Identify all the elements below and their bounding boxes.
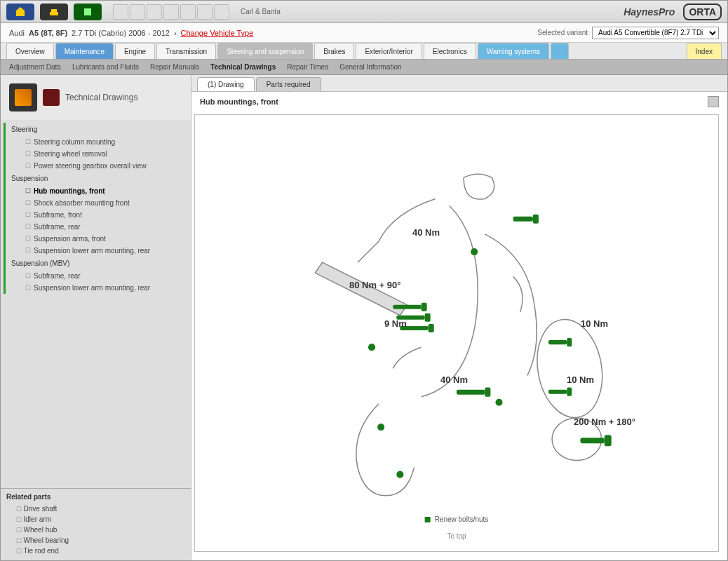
sub-tab-lubricants[interactable]: Lubricants and Fluids	[72, 63, 139, 71]
legend-dot-icon	[425, 517, 431, 522]
related-item[interactable]: Drive shaft	[6, 503, 185, 514]
svg-rect-12	[425, 313, 431, 322]
svg-rect-20	[567, 388, 572, 396]
user-label: Carl & Banta	[241, 8, 281, 15]
mini-tool-7[interactable]	[214, 4, 229, 20]
main-tabs: Overview Maintenance Engine Transmission…	[1, 43, 727, 60]
vehicle-make: Audi	[9, 29, 25, 37]
sub-tabs: Adjustment Data Lubricants and Fluids Re…	[1, 60, 727, 75]
change-vehicle-link[interactable]: Change Vehicle Type	[181, 29, 254, 37]
data-button[interactable]	[74, 4, 102, 20]
tree-item[interactable]: Shock absorber mounting front	[6, 197, 191, 209]
sidebar: Technical Drawings Steering Steering col…	[1, 75, 191, 560]
tab-extra[interactable]	[551, 43, 569, 59]
svg-rect-19	[548, 390, 567, 394]
tab-engine[interactable]: Engine	[115, 43, 155, 59]
tab-brakes[interactable]: Brakes	[314, 43, 354, 59]
svg-point-5	[530, 314, 609, 423]
mini-tool-2[interactable]	[130, 4, 145, 20]
panel-tab-parts[interactable]: Parts required	[256, 77, 321, 91]
variant-select[interactable]: Audi A5 Convertible (8F7) 2.7 TDi	[592, 27, 719, 39]
tree: Steering Steering column mounting Steeri…	[1, 120, 191, 488]
tab-steering-suspension[interactable]: Steering and suspension	[217, 43, 313, 59]
svg-rect-16	[485, 388, 490, 397]
svg-rect-22	[605, 435, 612, 446]
svg-rect-9	[393, 305, 421, 309]
sub-tab-repair-times[interactable]: Repair Times	[287, 63, 328, 71]
top-toolbar: Carl & Banta HaynesPro ORTA	[1, 1, 727, 23]
tree-cat-suspension[interactable]: Suspension	[6, 172, 191, 185]
related-item[interactable]: Idler arm	[6, 514, 185, 525]
mini-tool-4[interactable]	[163, 4, 179, 20]
svg-rect-2	[50, 12, 58, 15]
torque-label: 9 Nm	[384, 318, 407, 329]
svg-rect-17	[548, 340, 567, 344]
related-parts: Related parts Drive shaft Idler arm Whee…	[1, 488, 191, 560]
tree-item[interactable]: Steering column mounting	[6, 136, 191, 148]
tree-item[interactable]: Subframe, rear	[6, 221, 191, 233]
torque-label: 10 Nm	[567, 374, 594, 385]
related-item[interactable]: Tie rod end	[6, 546, 185, 556]
vehicle-sep: ›	[174, 29, 177, 37]
svg-rect-7	[513, 217, 533, 222]
sub-tab-tech-drawings[interactable]: Technical Drawings	[210, 63, 276, 71]
mini-tool-1[interactable]	[113, 4, 128, 20]
svg-point-26	[471, 248, 478, 255]
svg-marker-1	[15, 7, 25, 11]
legend: Renew bolts/nuts	[425, 515, 489, 523]
sub-tab-repair-manuals[interactable]: Repair Manuals	[150, 63, 199, 71]
tree-item[interactable]: Power steering gearbox overall view	[6, 160, 191, 172]
svg-rect-8	[533, 215, 539, 224]
vehicle-button[interactable]	[40, 4, 68, 20]
tree-cat-steering[interactable]: Steering	[6, 123, 191, 136]
svg-rect-4	[84, 8, 91, 15]
home-button[interactable]	[6, 4, 34, 20]
tab-index[interactable]: Index	[687, 43, 722, 59]
related-item[interactable]: Wheel bearing	[6, 535, 185, 546]
to-top-link[interactable]: To top	[447, 532, 466, 540]
print-icon[interactable]	[708, 96, 719, 107]
section-icon	[9, 83, 37, 111]
legend-text: Renew bolts/nuts	[435, 515, 489, 523]
tree-item[interactable]: Subframe, front	[6, 209, 191, 221]
tab-overview[interactable]: Overview	[6, 43, 54, 59]
drawing-area: 40 Nm 80 Nm + 90° 9 Nm 40 Nm 10 Nm 10 Nm…	[194, 114, 719, 552]
related-title: Related parts	[6, 493, 185, 501]
sub-tab-general[interactable]: General Information	[339, 63, 401, 71]
variant-label: Selected variant	[537, 29, 588, 36]
tree-item[interactable]: Suspension lower arm mounting, rear	[6, 282, 191, 294]
torque-label: 40 Nm	[412, 227, 440, 238]
torque-label: 200 Nm + 180°	[574, 417, 635, 427]
tree-item[interactable]: Suspension lower arm mounting, rear	[6, 245, 191, 257]
tab-maintenance[interactable]: Maintenance	[55, 43, 114, 59]
tab-transmission[interactable]: Transmission	[156, 43, 216, 59]
svg-rect-10	[422, 303, 427, 311]
svg-rect-21	[580, 438, 604, 443]
panel-tab-drawing[interactable]: (1) Drawing	[197, 77, 255, 91]
tree-item[interactable]: Subframe, rear	[6, 270, 191, 282]
torque-label: 40 Nm	[440, 374, 468, 385]
related-item[interactable]: Wheel hub	[6, 525, 185, 535]
brand-orta: ORTA	[683, 4, 722, 20]
brand-haynes: HaynesPro	[623, 6, 675, 18]
torque-label: 10 Nm	[581, 318, 608, 329]
tab-exterior[interactable]: Exterior/Interior	[356, 43, 422, 59]
vehicle-spec: 2.7 TDi (Cabrio) 2006 - 2012	[72, 29, 170, 37]
drawing-title: Hub mountings, front	[200, 97, 278, 106]
section-icon-2	[43, 89, 60, 106]
tab-warning[interactable]: Warning systems	[478, 43, 549, 59]
tree-item-active[interactable]: Hub mountings, front	[6, 185, 191, 197]
mini-tool-3[interactable]	[147, 4, 162, 20]
mini-tool-6[interactable]	[197, 4, 213, 20]
svg-point-24	[377, 424, 384, 431]
svg-rect-18	[567, 338, 572, 346]
tree-item[interactable]: Suspension arms, front	[6, 233, 191, 245]
main-panel: (1) Drawing Parts required Hub mountings…	[191, 75, 727, 560]
vehicle-bar: Audi A5 (8T, 8F) 2.7 TDi (Cabrio) 2006 -…	[1, 23, 727, 43]
tree-cat-suspension-mbv[interactable]: Suspension (MBV)	[6, 257, 191, 270]
mini-tool-5[interactable]	[180, 4, 196, 20]
svg-point-27	[495, 399, 502, 406]
sub-tab-adjustment[interactable]: Adjustment Data	[9, 63, 61, 71]
tab-electronics[interactable]: Electronics	[424, 43, 476, 59]
tree-item[interactable]: Steering wheel removal	[6, 148, 191, 160]
